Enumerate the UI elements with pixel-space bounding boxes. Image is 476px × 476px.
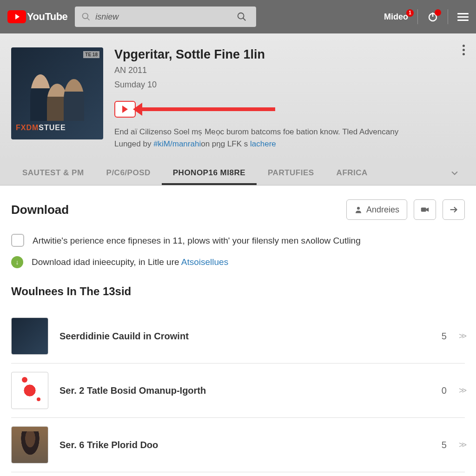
list-item[interactable]: Ser. 6 Trike Plorid Doo 5 >> bbox=[11, 418, 465, 472]
video-camera-icon bbox=[420, 205, 430, 215]
search-input[interactable] bbox=[95, 12, 229, 22]
list-heading: Woulnees In The 13sid bbox=[11, 285, 465, 298]
list-item[interactable]: Seerdidinie Cauild in Crowint 5 >> bbox=[11, 309, 465, 364]
search-icon bbox=[237, 12, 247, 22]
poster-image[interactable]: TE 18 FXDMSTUEE bbox=[11, 47, 103, 139]
mideo-label: Mideo bbox=[384, 12, 408, 21]
chevron-right-icon: >> bbox=[459, 386, 465, 396]
power-button[interactable] bbox=[427, 11, 438, 22]
download-status-row: ↓ Download idad inieecupity, in Litle ur… bbox=[11, 256, 465, 268]
tab-sautest[interactable]: SAUTEST & PM bbox=[11, 161, 95, 185]
main-content: Download Andreies Artwitie's perience en… bbox=[0, 185, 476, 476]
hamburger-menu-button[interactable] bbox=[457, 11, 469, 23]
item-thumbnail bbox=[11, 426, 48, 463]
search-icon bbox=[81, 12, 91, 21]
chevron-right-icon: >> bbox=[459, 440, 465, 450]
tab-phonop[interactable]: PHONOP16 MI8RE bbox=[162, 161, 257, 185]
poster-caption: FXDMSTUEE bbox=[16, 124, 66, 132]
svg-point-2 bbox=[238, 13, 244, 19]
hashtag-link[interactable]: #kiM/manrahi bbox=[153, 139, 201, 148]
checkbox-row: Artwitie's perience ence fipneses in 11,… bbox=[11, 234, 465, 247]
divider bbox=[417, 9, 418, 24]
notification-badge bbox=[435, 9, 441, 16]
play-row bbox=[114, 101, 465, 118]
arrow-right-icon bbox=[449, 205, 459, 215]
forward-button[interactable] bbox=[443, 199, 465, 220]
item-count: 0 bbox=[442, 385, 447, 396]
item-thumbnail bbox=[11, 317, 48, 355]
action-buttons: Andreies bbox=[346, 199, 465, 220]
hero-info: Vpgeritar, Sottle Fine 1lin AN 2011 Sumd… bbox=[114, 47, 465, 150]
search-box[interactable] bbox=[75, 7, 256, 27]
item-thumbnail bbox=[11, 372, 48, 409]
video-button[interactable] bbox=[414, 199, 436, 220]
svg-point-0 bbox=[83, 13, 88, 19]
hero-year: AN 2011 bbox=[114, 66, 465, 75]
svg-marker-8 bbox=[426, 207, 429, 212]
user-icon bbox=[354, 205, 363, 214]
mideo-link[interactable]: Mideo 1 bbox=[384, 12, 408, 22]
logo-text: YouTube bbox=[27, 11, 67, 23]
tab-africa[interactable]: AFRICA bbox=[325, 161, 379, 185]
tab-bar: SAUTEST & PM P/C6/POSD PHONOP16 MI8RE PA… bbox=[0, 161, 476, 185]
play-icon bbox=[122, 106, 128, 113]
tab-overflow-button[interactable] bbox=[444, 161, 465, 185]
youtube-play-icon bbox=[7, 10, 26, 23]
app-header: YouTube Mideo 1 bbox=[0, 0, 476, 33]
svg-rect-7 bbox=[421, 207, 426, 212]
section-header: Download Andreies bbox=[11, 199, 465, 220]
tab-pcs[interactable]: P/C6/POSD bbox=[95, 161, 162, 185]
page-title: Vpgeritar, Sottle Fine 1lin bbox=[114, 47, 465, 62]
item-title: Ser. 2 Tatle Bosid Omanup-Igorth bbox=[60, 385, 430, 396]
list-item[interactable]: Ser. 2 Tatle Bosid Omanup-Igorth 0 >> bbox=[11, 364, 465, 418]
item-count: 5 bbox=[442, 331, 447, 342]
search-submit-button[interactable] bbox=[234, 12, 250, 22]
annotation-arrow bbox=[140, 107, 275, 111]
item-count: 5 bbox=[442, 440, 447, 450]
svg-line-1 bbox=[87, 18, 90, 20]
svg-line-3 bbox=[243, 18, 246, 21]
checkbox-label: Artwitie's perience ence fipneses in 11,… bbox=[33, 235, 361, 246]
andreies-button[interactable]: Andreies bbox=[346, 199, 407, 220]
button-label: Andreies bbox=[366, 205, 399, 215]
description-link[interactable]: lachere bbox=[250, 139, 276, 148]
tab-partufies[interactable]: PARTUFIES bbox=[257, 161, 325, 185]
hero-description: End aï Cilizenso Soel mṣ Meọc burom batc… bbox=[114, 126, 465, 150]
hero-section: TE 18 FXDMSTUEE Vpgeritar, Sottle Fine 1… bbox=[0, 33, 476, 161]
download-heading: Download bbox=[11, 203, 346, 217]
chevron-down-icon bbox=[450, 168, 459, 178]
hero-subtitle: Sumday 10 bbox=[114, 80, 465, 90]
header-actions: Mideo 1 bbox=[384, 9, 469, 24]
notification-badge: 1 bbox=[406, 9, 414, 17]
item-title: Ser. 6 Trike Plorid Doo bbox=[60, 440, 430, 450]
download-status-text: Download idad inieecupity, in Litle ure … bbox=[32, 257, 228, 267]
checkbox[interactable] bbox=[11, 234, 24, 247]
more-options-button[interactable] bbox=[463, 43, 465, 57]
svg-point-6 bbox=[357, 207, 360, 210]
chevron-right-icon: >> bbox=[459, 331, 465, 341]
download-complete-icon: ↓ bbox=[11, 256, 23, 268]
download-link[interactable]: Atsoisellues bbox=[181, 257, 228, 267]
divider bbox=[448, 9, 448, 24]
youtube-logo[interactable]: YouTube bbox=[7, 10, 67, 23]
item-title: Seerdidinie Cauild in Crowint bbox=[60, 331, 430, 342]
